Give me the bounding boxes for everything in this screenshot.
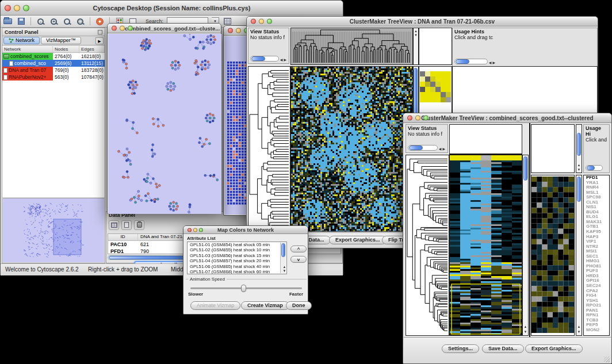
tv1-status-scrollbar[interactable]: ◀▶ [250,56,279,62]
open-session-button[interactable] [3,17,13,26]
delete-attribute-button[interactable] [134,220,144,230]
treeview1-titlebar[interactable]: ClusterMaker TreeView : DNA and Tran 07-… [247,17,598,26]
data-panel-hscrollbar[interactable] [108,255,194,260]
scroll-thumb[interactable] [577,177,581,202]
scroll-down-icon[interactable]: ▼ [414,33,418,37]
tv2-hints-scrollbar[interactable] [586,165,603,171]
tv2-settings-button[interactable]: Settings... [442,344,479,353]
scroll-up-icon[interactable]: ▲ [414,29,418,33]
done-button[interactable]: Done [286,301,312,310]
scroll-down-icon[interactable]: ▼ [523,330,528,334]
tv2-save-data-button[interactable]: Save Data... [482,344,524,353]
tv1-row-dendrogram-canvas[interactable] [248,67,290,231]
tv1-export-graphics-button[interactable]: Export Graphics... [329,236,387,244]
create-vizmap-button[interactable]: Create Vizmap [241,301,289,310]
speed-slider-track[interactable] [190,288,302,289]
zoom-button[interactable] [23,5,29,11]
attribute-list-item[interactable]: GPL51-02 (GSM855) heat shock 10 min [189,247,286,252]
tv1-heatmap-canvas[interactable] [291,67,412,231]
tv2-export-graphics-button[interactable]: Export Graphics... [525,344,583,353]
move-up-button[interactable]: ^ [290,246,307,252]
zoom-button[interactable] [267,19,272,24]
zoom-selected-button[interactable] [62,17,72,26]
tv2-row-dendrogram-panel[interactable] [406,155,449,336]
birdseye-canvas[interactable] [3,198,103,262]
tv2-heatmap-scrollbar[interactable]: ▲ ▼ [522,155,529,336]
scroll-up-icon[interactable]: ▲ [576,163,582,167]
network-row[interactable]: DNA and Tran 07 769(0) 183728(0) [2,67,105,74]
col-network[interactable]: Network [2,46,53,52]
scroll-thumb[interactable] [577,133,581,156]
close-button[interactable] [251,19,256,24]
scroll-arrows-icon[interactable]: ◀▶ [280,57,288,63]
scroll-thumb[interactable] [281,243,285,257]
close-button[interactable] [228,28,233,33]
treeview2-titlebar[interactable]: ClusterMaker TreeView : combined_scores_… [403,113,611,123]
tab-vizmapper[interactable]: VizMapper™ [41,37,81,44]
scroll-thumb[interactable] [409,145,423,150]
attribute-list-scrollbar[interactable]: ▲ ▼ [280,243,286,273]
tv2-zoom-heatmap-panel[interactable] [531,175,575,336]
scroll-thumb[interactable] [251,56,265,61]
attribute-list-item[interactable]: GPL51-06 (GSM865) heat shock 40 min [189,264,286,269]
col-id[interactable]: ID [108,234,138,240]
tv2-zoom-heatmap-canvas[interactable] [531,177,574,333]
close-button[interactable] [188,228,192,232]
scroll-arrows-icon[interactable]: ◀▶ [489,60,496,66]
network-row[interactable]: combined_scores 2764(0) 16218(0) [2,53,105,60]
zoom-fit-button[interactable]: □ [75,17,85,26]
scroll-down-icon[interactable]: ▼ [576,330,582,334]
tv1-heatmap-panel[interactable] [290,66,413,232]
attribute-select-button[interactable] [109,220,119,230]
attribute-list-item[interactable]: GPL51-04 (GSM857) heat shock 20 min [189,258,286,263]
network-row[interactable]: RNAPuberNov2+ 563(0) 107847(0) [2,74,105,81]
zoom-button[interactable] [199,228,203,232]
id-mapper-button[interactable] [223,17,232,26]
tv2-heatmap-panel[interactable] [449,155,522,336]
scroll-thumb[interactable] [587,166,595,170]
tv1-column-dendrogram-panel[interactable] [290,28,413,65]
zoom-button[interactable] [423,116,429,121]
close-button[interactable] [112,26,117,31]
main-titlebar[interactable]: Cytoscape Desktop (Session Name: collins… [1,1,343,16]
network-graph-canvas[interactable] [108,34,221,214]
col-edges[interactable]: Edges [79,46,105,52]
network-overview-panel[interactable] [3,198,104,262]
save-session-button[interactable] [16,17,26,26]
scroll-thumb[interactable] [456,59,469,64]
tv2-genes-scrollbar[interactable]: ▲ ▼ [576,175,582,336]
minimize-button[interactable] [259,19,264,24]
more-tabs-button[interactable]: ▶ [95,37,104,44]
tv2-status-scrollbar[interactable]: ◀▶ [408,145,438,151]
scroll-up-icon[interactable]: ▲ [576,325,582,328]
tv1-row-dendrogram-panel[interactable] [248,66,290,232]
tv2-top-dendrogram-area[interactable] [449,124,522,155]
tv1-mini-scrollbar[interactable]: ▲ ▼ [413,28,419,65]
help-button[interactable] [95,17,105,26]
dialog-titlebar[interactable]: Map Colors to Network [183,226,308,234]
minimize-button[interactable] [120,26,125,31]
attribute-list-item[interactable]: GPL51-03 (GSM856) heat shock 15 min [189,253,286,258]
network-view-titlebar[interactable]: combined_scores_good.txt--cluste... [108,24,221,33]
zoom-out-button[interactable]: - [36,17,45,26]
tv1-column-dendrogram-canvas[interactable] [291,28,412,64]
move-down-button[interactable]: v [290,256,307,263]
speed-slider-thumb[interactable] [241,285,246,292]
close-button[interactable] [407,116,412,121]
attribute-list-item[interactable]: GPL51-01 (GSM854) heat shock 05 min [189,242,286,247]
scroll-thumb[interactable] [523,156,527,181]
zoom-in-button[interactable]: + [49,17,59,26]
tab-network[interactable]: Network [3,37,40,44]
minimize-button[interactable] [236,28,241,33]
minimize-button[interactable] [415,116,420,121]
attribute-list-item[interactable]: GPL51-07 (GSM868) heat shock 60 min [189,269,286,274]
minimize-button[interactable] [14,5,20,11]
tv1-hints-scrollbar[interactable]: ◀▶ [454,59,488,64]
animate-vizmap-button[interactable]: Animate Vizmap [190,301,240,310]
scroll-down-icon[interactable]: ▼ [576,168,582,171]
tv2-row-dendrogram-canvas[interactable] [406,155,449,335]
scroll-thumb[interactable] [109,256,185,259]
float-panel-icon[interactable] [98,30,102,35]
gene-label[interactable]: MON2 [585,328,609,333]
scroll-up-icon[interactable]: ▲ [282,265,287,269]
